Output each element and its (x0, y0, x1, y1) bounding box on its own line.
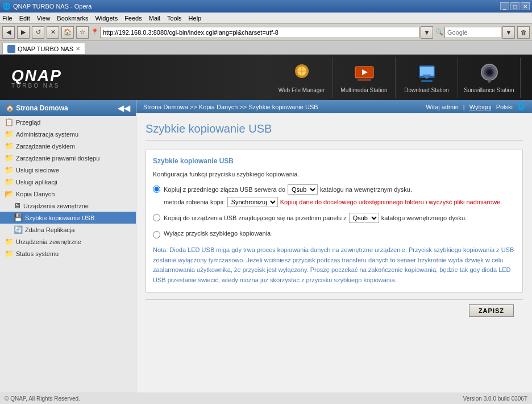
logout-link[interactable]: Wyloguj (469, 104, 492, 110)
sidebar-item-zdalna-replikacja[interactable]: 🔄 Zdalna Replikacja (0, 224, 136, 236)
menu-mail[interactable]: Mail (149, 15, 160, 22)
sidebar-item-administracja[interactable]: 📁 Administracja systemu (0, 128, 136, 140)
method-label: metoda robienia kopii: (164, 199, 225, 205)
tab-bar: QNAP TURBO NAS ✕ (0, 41, 532, 55)
maximize-button[interactable]: □ (510, 2, 519, 10)
back-button[interactable]: ◀ (2, 26, 15, 39)
reload-button[interactable]: ↺ (32, 26, 44, 39)
app-surveillance-station[interactable]: Surveillance Station (458, 57, 521, 98)
szybkie-kopiowanie-label: Szybkie kopiowanie USB (25, 215, 94, 221)
search-button[interactable]: ▼ (502, 26, 515, 39)
option-row-1: Kopiuj z przedniego złącza USB serwera d… (153, 184, 516, 207)
close-button[interactable]: ✕ (521, 2, 530, 10)
browser-title: QNAP TURBO NAS - Opera (13, 3, 92, 10)
language-globe-icon: 🌐 (517, 103, 525, 110)
option1-select[interactable]: Qsub (288, 184, 318, 195)
menu-help[interactable]: Help (189, 15, 202, 22)
menu-tools[interactable]: Tools (167, 15, 182, 22)
sidebar-collapse-button[interactable]: ◀◀ (118, 104, 130, 113)
sidebar-title: 🏠 Strona Domowa (6, 104, 68, 112)
sidebar-item-kopia-danych[interactable]: 📂 Kopia Danych (0, 188, 136, 200)
menu-bookmarks[interactable]: Bookmarks (57, 15, 88, 22)
save-button-row: ZAPISZ (146, 299, 523, 321)
web-file-manager-icon (290, 62, 313, 85)
sidebar-item-przeglad[interactable]: 📋 Przegląd (0, 116, 136, 128)
web-file-manager-label: Web File Manager (279, 87, 325, 93)
option2-radio[interactable] (153, 214, 160, 221)
option1-radio[interactable] (153, 185, 160, 193)
przeglad-label: Przegląd (16, 119, 40, 126)
sidebar-item-zarzadzanie-prawami[interactable]: 📁 Zarządzanie prawami dostępu (0, 152, 136, 164)
zarzadzanie-dyskiem-label: Zarządzanie dyskiem (16, 143, 75, 150)
kopia-danych-icon: 📂 (5, 189, 14, 198)
menu-edit[interactable]: Edit (19, 15, 30, 22)
save-button[interactable]: ZAPISZ (469, 304, 514, 317)
app-web-file-manager[interactable]: Web File Manager (271, 57, 333, 98)
language-select[interactable]: Polski (496, 104, 513, 110)
svg-rect-11 (421, 80, 433, 82)
menu-view[interactable]: View (37, 15, 51, 22)
forward-button[interactable]: ▶ (17, 26, 30, 39)
uslugi-sieciowe-icon: 📁 (5, 166, 14, 174)
trash-button[interactable]: 🗑 (517, 26, 530, 39)
app-download-station[interactable]: Download Station (396, 57, 458, 98)
sidebar-item-uslugi-sieciowe[interactable]: 📁 Usługi sieciowe (0, 164, 136, 176)
status-systemu-icon: 📁 (5, 249, 14, 258)
sidebar-item-urzadzenia-zewnetrzne[interactable]: 📁 Urządzenia zewnętrzne (0, 236, 136, 248)
option2-select[interactable]: Qsub (349, 213, 379, 223)
option1-text1: Kopiuj z przedniego złącza USB serwera d… (164, 186, 285, 193)
footer-right: Version 3.0.0 build 0306T (463, 395, 527, 402)
uslugi-sieciowe-label: Usługi sieciowe (16, 167, 59, 174)
address-input[interactable] (100, 27, 419, 38)
bookmark-button[interactable]: ☆ (76, 26, 89, 39)
search-input[interactable] (444, 27, 501, 38)
browser-menubar: File Edit View Bookmarks Widgets Feeds M… (0, 13, 532, 24)
go-button[interactable]: ▼ (421, 26, 433, 39)
sidebar-item-szybkie-kopiowanie[interactable]: 💾 Szybkie kopiowanie USB (0, 212, 136, 224)
download-station-icon (415, 62, 438, 85)
qnap-subtitle: Turbo NAS (11, 83, 60, 89)
uslugi-aplikacji-label: Usługi aplikacji (16, 179, 57, 185)
option1-label: Kopiuj z przedniego złącza USB serwera d… (164, 184, 516, 207)
menu-widgets[interactable]: Widgets (95, 15, 118, 22)
sidebar-item-urzadzenia-child[interactable]: 🖥 Urządzenia zewnętrzne (0, 200, 136, 212)
option3-radio[interactable] (153, 231, 160, 238)
multimedia-station-label: Multimedia Station (340, 87, 387, 93)
svg-rect-16 (488, 80, 491, 83)
surveillance-station-label: Surveillance Station (464, 87, 514, 93)
stop-button[interactable]: ✕ (47, 26, 59, 39)
breadcrumb-path: Strona Domowa >> Kopia Danych >> Szybkie… (143, 104, 318, 110)
browser-tab[interactable]: QNAP TURBO NAS ✕ (2, 43, 85, 54)
qnap-app: QNAP Turbo NAS Web File Manager (0, 55, 532, 404)
zarzadzanie-prawami-label: Zarządzanie prawami dostępu (16, 155, 99, 162)
zdalna-replikacja-label: Zdalna Replikacja (25, 226, 74, 233)
app-multimedia-station[interactable]: Multimedia Station (333, 57, 396, 98)
sidebar-item-uslugi-aplikacji[interactable]: 📁 Usługi aplikacji (0, 176, 136, 188)
method-select[interactable]: Synchronizuj (227, 197, 278, 207)
tab-label: QNAP TURBO NAS (18, 46, 73, 52)
tab-close-button[interactable]: ✕ (76, 46, 80, 52)
sidebar-item-zarzadzanie-dyskiem[interactable]: 📁 Zarządzanie dyskiem (0, 140, 136, 152)
option-row-2: Kopiuj do urządzenia USB znajdującego si… (153, 213, 516, 223)
content-body: Szybkie kopiowanie USB Szybkie kopiowani… (136, 113, 532, 331)
zdalna-replikacja-icon: 🔄 (14, 225, 23, 234)
main-content: 🏠 Strona Domowa ◀◀ 📋 Przegląd 📁 Administ… (0, 100, 532, 393)
home-button[interactable]: 🏠 (61, 26, 74, 39)
option2-text2: katalogu wewnętrznego dysku. (381, 215, 467, 221)
menu-feeds[interactable]: Feeds (124, 15, 142, 22)
zarzadzanie-dyskiem-icon: 📁 (5, 142, 14, 150)
przeglad-icon: 📋 (5, 118, 14, 126)
menu-file[interactable]: File (2, 15, 13, 22)
surveillance-station-icon (478, 62, 501, 85)
option2-label: Kopiuj do urządzenia USB znajdującego si… (164, 213, 516, 223)
sidebar-item-status-systemu[interactable]: 📁 Status systemu (0, 248, 136, 259)
home-icon: 🏠 (6, 104, 14, 112)
urzadzenia-zewnetrzne-label: Urządzenia zewnętrzne (16, 238, 81, 245)
qnap-logo: QNAP Turbo NAS (11, 67, 62, 89)
zarzadzanie-prawami-icon: 📁 (5, 154, 14, 162)
option1-highlight: Kopiuj dane do docelowego udostępnionego… (280, 199, 502, 205)
urzadzenia-child-label: Urządzenia zewnętrzne (23, 203, 89, 209)
svg-point-15 (488, 71, 491, 74)
administracja-label: Administracja systemu (16, 131, 78, 138)
minimize-button[interactable]: _ (500, 2, 509, 10)
